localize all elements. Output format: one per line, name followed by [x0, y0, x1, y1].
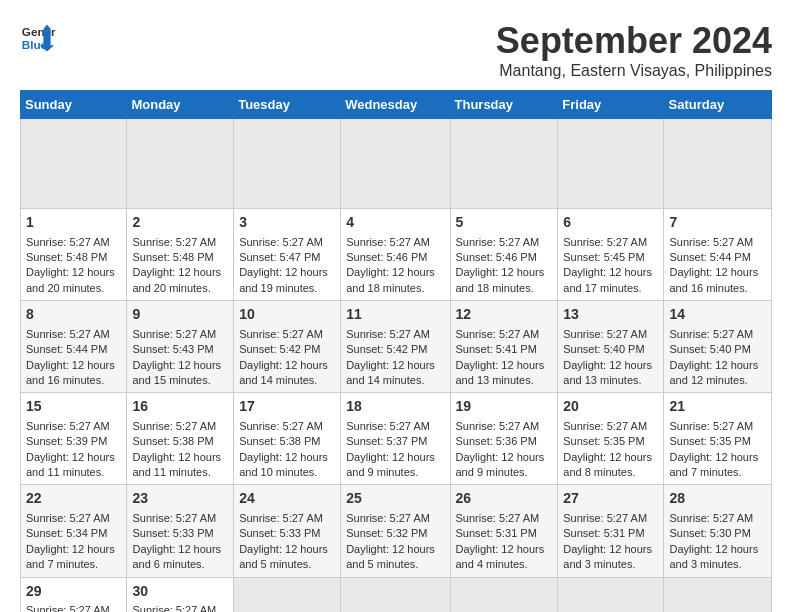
sunset-text: Sunset: 5:40 PM	[669, 343, 750, 355]
table-cell: 3Sunrise: 5:27 AMSunset: 5:47 PMDaylight…	[234, 209, 341, 301]
sunset-text: Sunset: 5:44 PM	[669, 251, 750, 263]
sunset-text: Sunset: 5:40 PM	[563, 343, 644, 355]
table-cell: 17Sunrise: 5:27 AMSunset: 5:38 PMDayligh…	[234, 393, 341, 485]
table-cell	[558, 577, 664, 612]
daylight-text: Daylight: 12 hours and 13 minutes.	[456, 359, 545, 386]
day-number: 16	[132, 397, 228, 417]
col-tuesday: Tuesday	[234, 91, 341, 119]
daylight-text: Daylight: 12 hours and 7 minutes.	[669, 451, 758, 478]
sunset-text: Sunset: 5:39 PM	[26, 435, 107, 447]
day-number: 27	[563, 489, 658, 509]
sunrise-text: Sunrise: 5:27 AM	[26, 512, 110, 524]
sunset-text: Sunset: 5:35 PM	[563, 435, 644, 447]
day-number: 3	[239, 213, 335, 233]
col-saturday: Saturday	[664, 91, 772, 119]
col-sunday: Sunday	[21, 91, 127, 119]
sunrise-text: Sunrise: 5:27 AM	[346, 236, 430, 248]
sunset-text: Sunset: 5:35 PM	[669, 435, 750, 447]
day-number: 22	[26, 489, 121, 509]
day-number: 18	[346, 397, 444, 417]
daylight-text: Daylight: 12 hours and 14 minutes.	[346, 359, 435, 386]
day-number: 13	[563, 305, 658, 325]
table-cell	[234, 577, 341, 612]
table-cell	[450, 119, 558, 209]
sunrise-text: Sunrise: 5:27 AM	[456, 512, 540, 524]
table-cell: 19Sunrise: 5:27 AMSunset: 5:36 PMDayligh…	[450, 393, 558, 485]
sunrise-text: Sunrise: 5:27 AM	[239, 236, 323, 248]
sunrise-text: Sunrise: 5:27 AM	[132, 604, 216, 612]
sunrise-text: Sunrise: 5:27 AM	[346, 328, 430, 340]
daylight-text: Daylight: 12 hours and 6 minutes.	[132, 543, 221, 570]
sunrise-text: Sunrise: 5:27 AM	[563, 328, 647, 340]
day-number: 26	[456, 489, 553, 509]
table-cell: 29Sunrise: 5:27 AMSunset: 5:29 PMDayligh…	[21, 577, 127, 612]
sunrise-text: Sunrise: 5:27 AM	[346, 512, 430, 524]
sunrise-text: Sunrise: 5:27 AM	[456, 236, 540, 248]
sunset-text: Sunset: 5:31 PM	[456, 527, 537, 539]
sunrise-text: Sunrise: 5:27 AM	[26, 236, 110, 248]
daylight-text: Daylight: 12 hours and 9 minutes.	[346, 451, 435, 478]
table-cell: 6Sunrise: 5:27 AMSunset: 5:45 PMDaylight…	[558, 209, 664, 301]
day-number: 10	[239, 305, 335, 325]
sunset-text: Sunset: 5:43 PM	[132, 343, 213, 355]
col-thursday: Thursday	[450, 91, 558, 119]
calendar-week-row: 15Sunrise: 5:27 AMSunset: 5:39 PMDayligh…	[21, 393, 772, 485]
sunset-text: Sunset: 5:37 PM	[346, 435, 427, 447]
sunrise-text: Sunrise: 5:27 AM	[563, 236, 647, 248]
day-number: 8	[26, 305, 121, 325]
day-number: 17	[239, 397, 335, 417]
sunrise-text: Sunrise: 5:27 AM	[669, 328, 753, 340]
sunset-text: Sunset: 5:48 PM	[26, 251, 107, 263]
table-cell: 8Sunrise: 5:27 AMSunset: 5:44 PMDaylight…	[21, 301, 127, 393]
sunrise-text: Sunrise: 5:27 AM	[26, 420, 110, 432]
daylight-text: Daylight: 12 hours and 18 minutes.	[346, 266, 435, 293]
sunset-text: Sunset: 5:44 PM	[26, 343, 107, 355]
calendar-week-row: 29Sunrise: 5:27 AMSunset: 5:29 PMDayligh…	[21, 577, 772, 612]
day-number: 14	[669, 305, 766, 325]
calendar-week-row	[21, 119, 772, 209]
day-number: 11	[346, 305, 444, 325]
col-wednesday: Wednesday	[341, 91, 450, 119]
sunrise-text: Sunrise: 5:27 AM	[132, 512, 216, 524]
calendar-week-row: 1Sunrise: 5:27 AMSunset: 5:48 PMDaylight…	[21, 209, 772, 301]
title-area: September 2024 Mantang, Eastern Visayas,…	[496, 20, 772, 80]
day-number: 2	[132, 213, 228, 233]
daylight-text: Daylight: 12 hours and 13 minutes.	[563, 359, 652, 386]
sunset-text: Sunset: 5:33 PM	[239, 527, 320, 539]
sunrise-text: Sunrise: 5:27 AM	[132, 236, 216, 248]
sunset-text: Sunset: 5:46 PM	[346, 251, 427, 263]
table-cell: 24Sunrise: 5:27 AMSunset: 5:33 PMDayligh…	[234, 485, 341, 577]
calendar-week-row: 22Sunrise: 5:27 AMSunset: 5:34 PMDayligh…	[21, 485, 772, 577]
table-cell: 10Sunrise: 5:27 AMSunset: 5:42 PMDayligh…	[234, 301, 341, 393]
page-header: General Blue September 2024 Mantang, Eas…	[20, 20, 772, 80]
sunrise-text: Sunrise: 5:27 AM	[239, 420, 323, 432]
sunset-text: Sunset: 5:46 PM	[456, 251, 537, 263]
table-cell: 4Sunrise: 5:27 AMSunset: 5:46 PMDaylight…	[341, 209, 450, 301]
table-cell	[21, 119, 127, 209]
day-number: 28	[669, 489, 766, 509]
daylight-text: Daylight: 12 hours and 19 minutes.	[239, 266, 328, 293]
day-number: 19	[456, 397, 553, 417]
daylight-text: Daylight: 12 hours and 9 minutes.	[456, 451, 545, 478]
table-cell: 21Sunrise: 5:27 AMSunset: 5:35 PMDayligh…	[664, 393, 772, 485]
sunset-text: Sunset: 5:47 PM	[239, 251, 320, 263]
table-cell: 2Sunrise: 5:27 AMSunset: 5:48 PMDaylight…	[127, 209, 234, 301]
table-cell: 9Sunrise: 5:27 AMSunset: 5:43 PMDaylight…	[127, 301, 234, 393]
day-number: 23	[132, 489, 228, 509]
sunset-text: Sunset: 5:45 PM	[563, 251, 644, 263]
sunrise-text: Sunrise: 5:27 AM	[669, 236, 753, 248]
table-cell: 22Sunrise: 5:27 AMSunset: 5:34 PMDayligh…	[21, 485, 127, 577]
sunrise-text: Sunrise: 5:27 AM	[669, 420, 753, 432]
sunrise-text: Sunrise: 5:27 AM	[563, 420, 647, 432]
month-title: September 2024	[496, 20, 772, 62]
table-cell	[234, 119, 341, 209]
daylight-text: Daylight: 12 hours and 5 minutes.	[346, 543, 435, 570]
day-number: 29	[26, 582, 121, 602]
table-cell: 23Sunrise: 5:27 AMSunset: 5:33 PMDayligh…	[127, 485, 234, 577]
table-cell: 20Sunrise: 5:27 AMSunset: 5:35 PMDayligh…	[558, 393, 664, 485]
table-cell	[664, 119, 772, 209]
table-cell: 18Sunrise: 5:27 AMSunset: 5:37 PMDayligh…	[341, 393, 450, 485]
table-cell: 30Sunrise: 5:27 AMSunset: 5:29 PMDayligh…	[127, 577, 234, 612]
calendar-week-row: 8Sunrise: 5:27 AMSunset: 5:44 PMDaylight…	[21, 301, 772, 393]
sunset-text: Sunset: 5:48 PM	[132, 251, 213, 263]
